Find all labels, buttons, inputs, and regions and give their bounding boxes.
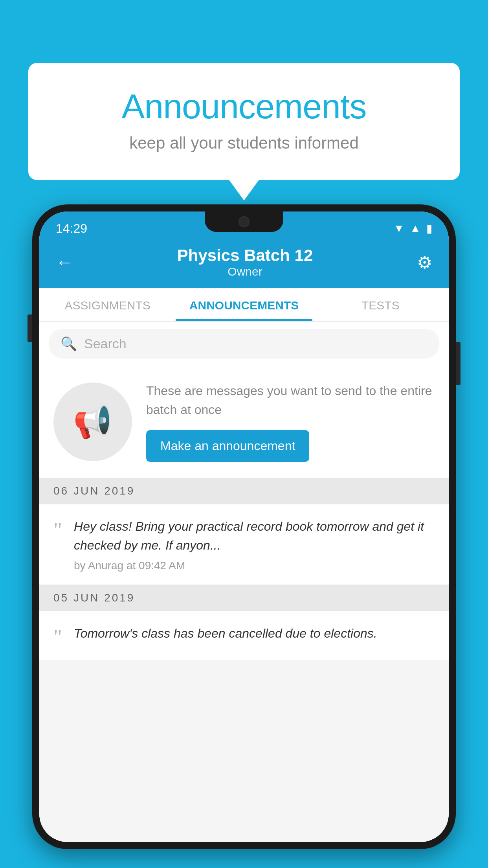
date-separator-2: 05 JUN 2019 <box>39 585 449 611</box>
make-announcement-button[interactable]: Make an announcement <box>146 430 309 462</box>
bubble-title: Announcements <box>60 86 428 127</box>
announcement-item-1[interactable]: " Hey class! Bring your practical record… <box>39 504 449 585</box>
announcement-body-1: Hey class! Bring your practical record b… <box>74 517 435 555</box>
search-bar[interactable]: 🔍 Search <box>49 329 439 359</box>
content-area: 🔍 Search 📢 These are messages you want t… <box>39 322 449 842</box>
phone-notch <box>205 211 283 232</box>
back-button[interactable]: ← <box>56 252 73 272</box>
header-subtitle: Owner <box>177 265 313 278</box>
phone-camera <box>238 216 250 227</box>
speech-bubble: Announcements keep all your students inf… <box>28 63 460 180</box>
bubble-subtitle: keep all your students informed <box>60 134 428 153</box>
status-time: 14:29 <box>56 221 87 236</box>
tab-announcements[interactable]: ANNOUNCEMENTS <box>176 288 312 321</box>
app-header: ← Physics Batch 12 Owner ⚙ <box>39 238 449 288</box>
phone-container: 14:29 ▼ ▲ ▮ ← Physics Batch 12 Owner ⚙ A… <box>32 204 456 868</box>
announcement-meta-1: by Anurag at 09:42 AM <box>74 559 435 572</box>
announcement-text-1: Hey class! Bring your practical record b… <box>74 517 435 572</box>
phone-frame: 14:29 ▼ ▲ ▮ ← Physics Batch 12 Owner ⚙ A… <box>32 204 456 849</box>
announcement-promo: 📢 These are messages you want to send to… <box>39 366 449 478</box>
speech-bubble-container: Announcements keep all your students inf… <box>28 63 460 180</box>
tab-tests[interactable]: TESTS <box>312 288 449 321</box>
signal-icon: ▲ <box>410 222 421 235</box>
announcement-body-2: Tomorrow's class has been cancelled due … <box>74 624 435 643</box>
side-button-right <box>456 342 460 385</box>
battery-icon: ▮ <box>426 222 432 235</box>
tab-assignments[interactable]: ASSIGNMENTS <box>39 288 176 321</box>
header-center: Physics Batch 12 Owner <box>177 246 313 278</box>
search-icon: 🔍 <box>61 336 77 351</box>
phone-screen: 14:29 ▼ ▲ ▮ ← Physics Batch 12 Owner ⚙ A… <box>39 211 449 842</box>
date-separator-1: 06 JUN 2019 <box>39 478 449 504</box>
search-placeholder: Search <box>84 336 127 351</box>
tab-bar: ASSIGNMENTS ANNOUNCEMENTS TESTS <box>39 288 449 322</box>
side-button-left <box>28 314 32 342</box>
wifi-icon: ▼ <box>394 222 405 235</box>
gear-icon[interactable]: ⚙ <box>417 252 432 272</box>
header-title: Physics Batch 12 <box>177 246 313 265</box>
announcement-item-2[interactable]: " Tomorrow's class has been cancelled du… <box>39 611 449 660</box>
announcement-text-2: Tomorrow's class has been cancelled due … <box>74 624 435 647</box>
quote-icon-2: " <box>53 626 62 647</box>
megaphone-icon: 📢 <box>73 403 112 440</box>
status-icons: ▼ ▲ ▮ <box>394 222 432 235</box>
promo-right: These are messages you want to send to t… <box>146 381 435 462</box>
promo-icon-circle: 📢 <box>53 383 132 461</box>
search-container: 🔍 Search <box>39 322 449 366</box>
quote-icon-1: " <box>53 519 62 541</box>
promo-description: These are messages you want to send to t… <box>146 381 435 419</box>
